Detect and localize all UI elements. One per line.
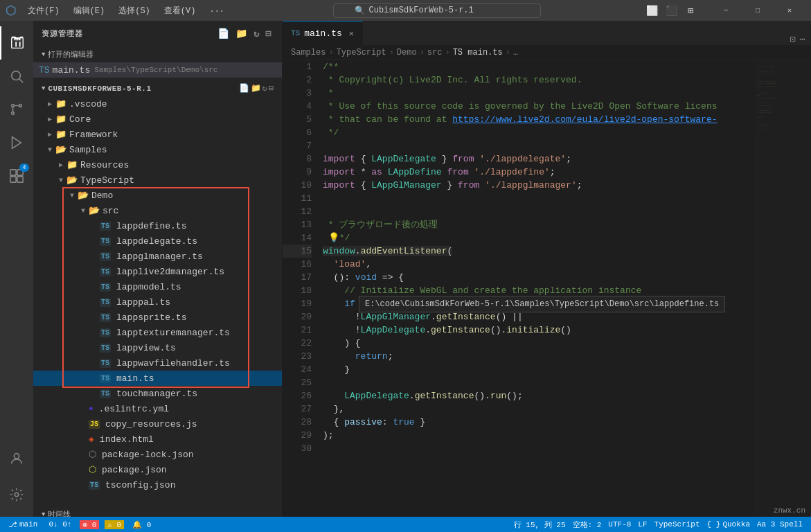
- tree-item-index[interactable]: ▶ ◈ index.html: [33, 432, 282, 447]
- new-file-icon[interactable]: 📄: [216, 26, 231, 41]
- tree-item-lapplive2dmanager[interactable]: ▶ TS lapplive2dmanager.ts: [33, 264, 282, 279]
- item-label-eslintrc: .eslintrc.yml: [99, 404, 169, 414]
- tree-item-lappmodel[interactable]: ▶ TS lappmodel.ts: [33, 279, 282, 294]
- menu-file[interactable]: 文件(F): [22, 3, 65, 18]
- minimap[interactable]: /*** Copyright(c) Live2D** Use of this s…: [756, 60, 811, 517]
- menu-more[interactable]: ...: [204, 3, 230, 18]
- menu-view[interactable]: 查看(V): [159, 3, 202, 18]
- open-editors-label: 打开的编辑器: [48, 49, 93, 60]
- sep3: ›: [420, 48, 425, 57]
- tree-item-lappglmanager[interactable]: ▶ TS lappglmanager.ts: [33, 249, 282, 264]
- tree-item-lappwavfilehandler[interactable]: ▶ TS lappwavfilehandler.ts: [33, 355, 282, 371]
- refresh-icon2[interactable]: ↻: [262, 83, 267, 94]
- tree-item-pkg[interactable]: ▶ ⬡ package.json: [33, 462, 282, 477]
- tree-item-lappview[interactable]: ▶ TS lappview.ts: [33, 340, 282, 355]
- new-folder-icon2[interactable]: 📁: [251, 83, 261, 94]
- status-errors[interactable]: ⊗ 0: [80, 520, 99, 529]
- ts-icon-lappmodel: TS: [100, 283, 111, 292]
- layout-btn[interactable]: ⬜: [643, 2, 660, 19]
- branch-icon: ⎇: [8, 520, 17, 529]
- code-editor[interactable]: /** * Copyright(c) Live2D Inc. All right…: [317, 60, 756, 517]
- tab-main-ts[interactable]: TS main.ts ✕: [283, 21, 363, 45]
- new-folder-icon[interactable]: 📁: [234, 26, 249, 41]
- activity-explorer[interactable]: [0, 26, 33, 60]
- tree-item-lapptexturemanager[interactable]: ▶ TS lapptexturemanager.ts: [33, 325, 282, 340]
- tree-item-main[interactable]: ▶ TS main.ts: [33, 371, 282, 386]
- status-lineending[interactable]: LF: [635, 520, 650, 530]
- ts-icon-touchmanager: TS: [100, 389, 111, 398]
- title-search-box[interactable]: 🔍 CubismSdkForWeb-5-r.1: [333, 3, 541, 18]
- status-sync[interactable]: 0↓ 0↑: [46, 520, 74, 529]
- timeline-section[interactable]: ▼ 时间线: [33, 506, 282, 517]
- tree-item-src[interactable]: ▼ 📂 src: [33, 203, 282, 218]
- js-icon-copy: JS: [89, 420, 100, 429]
- tab-close-btn[interactable]: ✕: [349, 28, 354, 39]
- status-language[interactable]: TypeScript: [652, 520, 703, 530]
- tree-item-framework[interactable]: ▶ 📁 Framework: [33, 127, 282, 142]
- activity-git[interactable]: [0, 93, 33, 126]
- collapse-icon[interactable]: ⊟: [265, 26, 274, 41]
- minimize-btn[interactable]: ─: [710, 0, 742, 21]
- activity-settings[interactable]: [0, 478, 33, 511]
- tree-item-lappdefine[interactable]: ▶ TS lappdefine.ts: [33, 218, 282, 233]
- tree-item-samples[interactable]: ▼ 📂 Samples: [33, 142, 282, 157]
- menu-edit[interactable]: 编辑(E): [68, 3, 111, 18]
- breadcrumb-typescript[interactable]: TypeScript: [337, 48, 386, 57]
- folder-icon-core: 📁: [55, 114, 66, 125]
- new-file-icon2[interactable]: 📄: [239, 83, 249, 94]
- activity-debug[interactable]: [0, 126, 33, 159]
- status-spell[interactable]: Aa 3 Spell: [754, 520, 805, 530]
- tree-item-eslintrc[interactable]: ▶ ● .eslintrc.yml: [33, 401, 282, 416]
- tree-item-lappsprite[interactable]: ▶ TS lappsprite.ts: [33, 310, 282, 325]
- arrow-core: ▶: [44, 115, 55, 123]
- tree-item-typescript[interactable]: ▼ 📂 TypeScript: [33, 172, 282, 188]
- breadcrumb-src[interactable]: src: [427, 48, 443, 57]
- status-branch[interactable]: ⎇ main: [6, 520, 40, 529]
- open-editors-section[interactable]: ▼ 打开的编辑器: [33, 46, 282, 62]
- tree-item-lappdelegate[interactable]: ▶ TS lappdelegate.ts: [33, 233, 282, 249]
- arrow-src: ▼: [78, 207, 89, 215]
- tree-item-touchmanager[interactable]: ▶ TS touchmanager.ts: [33, 386, 282, 401]
- more-actions-btn[interactable]: ⋯: [800, 33, 805, 45]
- open-file-item[interactable]: TS main.ts Samples\TypeScript\Demo\src: [33, 62, 282, 78]
- project-arrow: ▼: [42, 85, 45, 92]
- breadcrumb-demo[interactable]: Demo: [397, 48, 417, 57]
- activity-extensions[interactable]: 4: [0, 159, 33, 193]
- menu-select[interactable]: 选择(S): [113, 3, 156, 18]
- tree-item-demo[interactable]: ▼ 📂 Demo: [33, 188, 282, 203]
- status-position[interactable]: 行 15, 列 25: [511, 520, 569, 530]
- ts-icon-lappglmanager: TS: [100, 252, 111, 261]
- maximize-btn[interactable]: □: [742, 0, 774, 21]
- item-label-framework: Framework: [69, 130, 118, 140]
- item-label-samples: Samples: [69, 145, 107, 155]
- status-plugin[interactable]: { } Quokka: [704, 520, 753, 530]
- tree-item-resources[interactable]: ▶ 📁 Resources: [33, 157, 282, 172]
- status-spaces[interactable]: 空格: 2: [570, 520, 605, 530]
- arrow-samples: ▼: [44, 146, 55, 154]
- tree-item-tsconfig[interactable]: ▶ TS tsconfig.json: [33, 477, 282, 493]
- split-btn[interactable]: ⬛: [663, 2, 679, 19]
- tree-item-copy-resources[interactable]: ▶ JS copy_resources.js: [33, 416, 282, 432]
- activity-search[interactable]: [0, 60, 33, 93]
- close-btn[interactable]: ✕: [774, 0, 805, 21]
- status-warnings[interactable]: ⚠ 0: [105, 520, 124, 529]
- tree-item-pkglock[interactable]: ▶ ⬡ package-lock.json: [33, 447, 282, 462]
- item-label-src: src: [103, 206, 118, 216]
- project-header[interactable]: ▼ CUBISMSDKFORWEB-5-R.1 📄 📁 ↻ ⊟: [33, 80, 282, 96]
- collapse-icon2[interactable]: ⊟: [269, 83, 274, 94]
- breadcrumb-file[interactable]: TS main.ts: [453, 48, 503, 57]
- activity-account[interactable]: [0, 442, 33, 475]
- status-encoding[interactable]: UTF-8: [605, 520, 634, 530]
- sidebar: 资源管理器 📄 📁 ↻ ⊟ ▼ 打开的编辑器 TS main.ts Sample…: [33, 21, 283, 517]
- split-editor-btn[interactable]: ⊡: [790, 33, 795, 45]
- grid-btn[interactable]: ⊞: [682, 2, 699, 19]
- breadcrumb-samples[interactable]: Samples: [291, 48, 326, 57]
- folder-icon-vscode: 📁: [55, 98, 66, 109]
- folder-icon-demo: 📂: [78, 190, 89, 201]
- status-info[interactable]: 🔔 0: [130, 520, 154, 529]
- tree-item-lapppal[interactable]: ▶ TS lapppal.ts: [33, 294, 282, 310]
- breadcrumb: Samples › TypeScript › Demo › src › TS m…: [283, 45, 811, 60]
- tree-item-vscode[interactable]: ▶ 📁 .vscode: [33, 96, 282, 112]
- refresh-icon[interactable]: ↻: [252, 26, 261, 41]
- tree-item-core[interactable]: ▶ 📁 Core: [33, 112, 282, 127]
